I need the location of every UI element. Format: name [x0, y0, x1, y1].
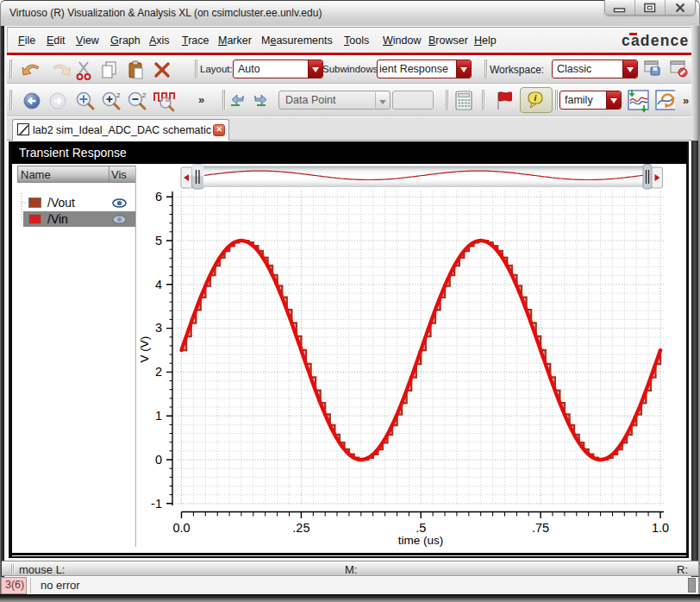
svg-text:0.0: 0.0 — [172, 521, 190, 535]
svg-text:2: 2 — [142, 91, 147, 99]
svg-text:2: 2 — [155, 365, 162, 379]
svg-text:-1: -1 — [151, 497, 162, 511]
svg-text:1.0: 1.0 — [652, 521, 669, 535]
svg-text:5: 5 — [155, 234, 162, 248]
svg-text:3: 3 — [155, 321, 162, 335]
svg-text:2: 2 — [116, 91, 121, 99]
svg-text:.75: .75 — [532, 521, 549, 535]
svg-text:1: 1 — [155, 409, 162, 423]
svg-text:4: 4 — [155, 278, 162, 292]
svg-text:i: i — [534, 93, 537, 103]
svg-text:V (V): V (V) — [138, 336, 151, 363]
svg-text:.25: .25 — [292, 521, 309, 535]
svg-text:.5: .5 — [416, 521, 426, 535]
svg-text:time (us): time (us) — [398, 534, 444, 547]
svg-text:6: 6 — [155, 190, 162, 204]
svg-text:0: 0 — [155, 453, 162, 467]
